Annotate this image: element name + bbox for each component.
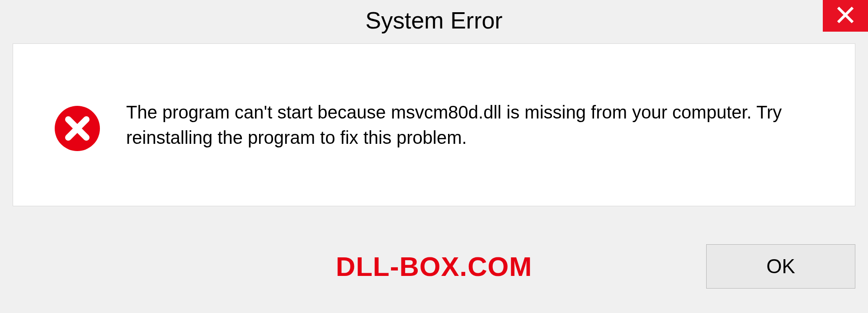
titlebar: System Error	[0, 0, 868, 41]
error-icon	[54, 105, 101, 152]
error-message: The program can't start because msvcm80d…	[126, 100, 804, 150]
close-icon	[836, 6, 854, 26]
content-panel: The program can't start because msvcm80d…	[13, 43, 855, 206]
dialog-title: System Error	[365, 7, 502, 34]
footer: DLL-BOX.COM OK	[13, 232, 855, 300]
close-button[interactable]	[823, 0, 868, 32]
watermark-text: DLL-BOX.COM	[336, 251, 532, 282]
ok-button[interactable]: OK	[706, 244, 855, 289]
